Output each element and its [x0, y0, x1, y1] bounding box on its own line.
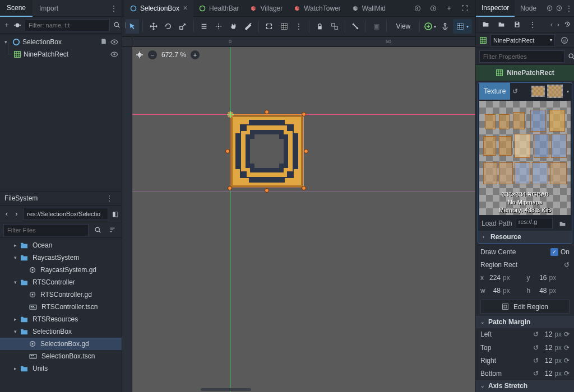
new-scene-icon[interactable]: ＋	[443, 2, 455, 15]
visibility-icon[interactable]	[110, 38, 118, 46]
scene-tab-wallmid[interactable]: WallMid	[346, 0, 391, 17]
inspector-filter-input[interactable]	[479, 50, 564, 63]
handle-n[interactable]	[265, 110, 269, 114]
fs-item-rtscontroller-tscn[interactable]: RTSController.tscn	[0, 301, 122, 313]
scene-tabs-next-icon[interactable]	[427, 2, 439, 15]
region-w-value[interactable]: 48	[489, 287, 501, 295]
pm-right-value[interactable]: 12	[541, 357, 552, 365]
scene-tab-villager[interactable]: Villager	[244, 0, 288, 17]
pm-bottom-value[interactable]: 12	[541, 370, 552, 377]
scene-tab-healthbar[interactable]: HealthBar	[193, 0, 244, 17]
fs-item-rtscontroller-gd[interactable]: RTSController.gd	[0, 288, 122, 301]
inspector-options-icon[interactable]: ⋮	[566, 4, 572, 12]
extra-resource-icon[interactable]: ⋮	[526, 18, 539, 31]
caret-icon[interactable]: ▾	[12, 255, 18, 260]
region-h-value[interactable]: 48	[536, 287, 547, 295]
texture-thumb-icon[interactable]	[531, 86, 545, 97]
ruler-tool-icon[interactable]	[242, 19, 255, 34]
region-rect-reset-icon[interactable]: ↺	[564, 261, 570, 269]
lock-tool-icon[interactable]	[313, 19, 326, 34]
caret-icon[interactable]: ▾	[12, 279, 18, 285]
pm-left-value[interactable]: 12	[541, 330, 552, 338]
fs-forward-icon[interactable]: ›	[13, 208, 20, 220]
draw-center-checkbox[interactable]: ✓	[550, 248, 558, 256]
open-resource-icon[interactable]	[479, 18, 492, 31]
region-x-value[interactable]: 224	[489, 274, 501, 282]
override-camera-icon[interactable]: ▣	[369, 19, 383, 34]
caret-icon[interactable]: ▸	[12, 242, 18, 248]
handle-se[interactable]	[302, 186, 306, 190]
view-menu-button[interactable]: View	[390, 19, 416, 34]
zoom-out-icon[interactable]: −	[148, 50, 157, 59]
viewport-scrollbar-h[interactable]	[201, 388, 251, 391]
texture-reset-icon[interactable]: ↺	[512, 87, 518, 95]
fs-sort-icon[interactable]	[107, 224, 119, 236]
fs-item-units[interactable]: ▸Units	[0, 362, 122, 375]
pm-top-value[interactable]: 12	[541, 344, 552, 352]
load-path-input[interactable]: res://.g	[516, 218, 553, 229]
pm-top-reset-icon[interactable]: ↺	[533, 344, 539, 352]
inspector-tab[interactable]: Inspector	[476, 0, 515, 17]
instance-scene-icon[interactable]	[13, 19, 21, 31]
group-tool-icon[interactable]	[327, 19, 341, 34]
fs-search-icon[interactable]	[92, 224, 104, 236]
pan-tool-icon[interactable]	[226, 19, 240, 34]
selection-rectangle[interactable]	[230, 114, 304, 188]
handle-sw[interactable]	[228, 186, 232, 190]
load-resource-icon[interactable]	[495, 18, 507, 31]
grid-snap-icon[interactable]	[277, 19, 290, 34]
select-tool-icon[interactable]	[126, 19, 139, 34]
pm-top-range-icon[interactable]: ⟳	[564, 344, 570, 352]
scene-search-icon[interactable]	[113, 19, 121, 31]
filesystem-options-icon[interactable]: ⋮	[101, 194, 117, 202]
distraction-free-icon[interactable]: ⛶	[459, 2, 471, 15]
fs-item-selectionbox-gd[interactable]: SelectionBox.gd	[0, 338, 122, 350]
caret-icon[interactable]: ▸	[12, 366, 18, 371]
edit-region-button[interactable]: Edit Region	[480, 300, 570, 314]
node-tab[interactable]: Node	[515, 1, 542, 16]
fs-item-ocean[interactable]: ▸Ocean	[0, 239, 122, 251]
add-node-toolbar-icon[interactable]: ▾	[423, 19, 437, 34]
zoom-center-icon[interactable]	[136, 51, 144, 59]
snap-options-icon[interactable]: ⋮	[292, 19, 305, 34]
caret-icon[interactable]: ▸	[12, 316, 18, 322]
pm-right-range-icon[interactable]: ⟳	[564, 357, 570, 365]
patch-margin-header[interactable]: ⌄Patch Margin	[476, 316, 574, 328]
script-indicator-icon[interactable]	[100, 38, 107, 46]
fs-back-icon[interactable]: ‹	[3, 208, 10, 220]
pm-left-reset-icon[interactable]: ↺	[533, 330, 539, 338]
docs-icon[interactable]: d	[558, 34, 571, 46]
smart-snap-icon[interactable]	[262, 19, 276, 34]
pm-right-reset-icon[interactable]: ↺	[533, 357, 539, 365]
scene-tabs-prev-icon[interactable]	[411, 2, 424, 15]
inspector-search-icon[interactable]	[568, 50, 574, 63]
scale-tool-icon[interactable]	[176, 19, 189, 34]
zoom-label[interactable]: 672.7 %	[161, 51, 186, 59]
history-menu-icon[interactable]	[564, 21, 571, 29]
handle-w[interactable]	[225, 149, 230, 153]
save-resource-icon[interactable]	[511, 18, 523, 31]
history-prev-icon[interactable]: ‹	[550, 21, 553, 29]
rotate-tool-icon[interactable]	[161, 19, 175, 34]
scene-tree-child[interactable]: NinePatchRect	[0, 48, 122, 60]
fs-item-rtsresources[interactable]: ▸RTSResources	[0, 313, 122, 325]
fs-split-icon[interactable]: ◧	[112, 208, 118, 220]
list-select-icon[interactable]	[197, 19, 210, 34]
fs-item-raycastsystem-gd[interactable]: RaycastSystem.gd	[0, 264, 122, 276]
scene-tab-selectionbox[interactable]: SelectionBox✕	[124, 0, 193, 17]
texture-dropdown-icon[interactable]: ▾	[565, 89, 571, 94]
scene-dock-tab-import[interactable]: Import	[33, 1, 65, 16]
origin-gizmo[interactable]	[225, 110, 235, 120]
scene-dock-tab-scene[interactable]: Scene	[0, 0, 33, 17]
pm-bottom-reset-icon[interactable]: ↺	[533, 370, 539, 377]
skeleton-options-icon[interactable]	[349, 19, 362, 34]
object-selector[interactable]: NinePatchRect▾	[490, 34, 555, 46]
pm-bottom-range-icon[interactable]: ⟳	[564, 370, 570, 377]
anchor-preset-icon[interactable]	[438, 19, 452, 34]
zoom-in-icon[interactable]: +	[191, 50, 200, 59]
scene-filter-input[interactable]	[25, 19, 110, 31]
axis-stretch-header[interactable]: ⌄Axis Stretch	[476, 380, 574, 392]
history-next-icon[interactable]: ›	[557, 21, 559, 29]
fs-filter-input[interactable]	[3, 224, 89, 236]
scene-tree-root[interactable]: ▾ SelectionBox	[0, 36, 122, 48]
